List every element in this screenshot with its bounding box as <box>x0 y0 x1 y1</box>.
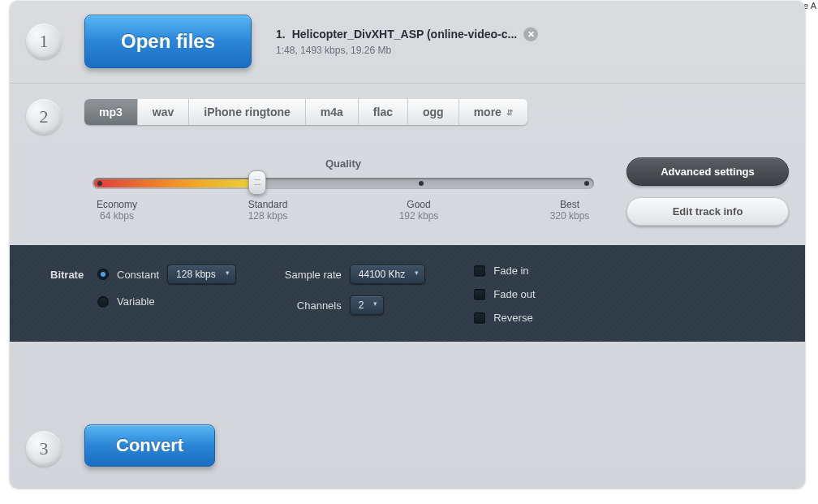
edit-track-info-button[interactable]: Edit track info <box>626 197 789 226</box>
slider-stop-dot <box>584 181 589 186</box>
reverse-checkbox[interactable] <box>474 312 485 324</box>
side-buttons: Advanced settings Edit track info <box>626 157 789 226</box>
tab-m4a[interactable]: m4a <box>306 99 359 125</box>
file-index: 1. <box>276 28 286 41</box>
step-2: 2 mp3 wav iPhone ringtone m4a flac ogg m… <box>10 84 805 342</box>
fade-in-checkbox[interactable] <box>474 265 485 277</box>
channels-select[interactable]: 2 <box>350 295 385 315</box>
convert-button[interactable]: Convert <box>84 424 215 467</box>
file-meta: 1:48, 1493 kbps, 19.26 Mb <box>276 45 538 56</box>
reverse-label[interactable]: Reverse <box>493 312 532 324</box>
stop-name: Standard <box>235 199 300 210</box>
bitrate-select[interactable]: 128 kbps <box>167 265 236 284</box>
bitrate-constant-radio[interactable] <box>97 269 109 280</box>
remove-file-button[interactable]: ✕ <box>523 27 538 41</box>
stop-name: Best <box>537 199 602 210</box>
bitrate-constant-label[interactable]: Constant <box>117 269 159 281</box>
advanced-settings-panel: Bitrate Constant 128 kbps Variable Sampl… <box>10 245 805 342</box>
rate-column: Sample rate 44100 Khz Channels 2 <box>285 265 425 324</box>
stop-standard: Standard 128 kbps <box>235 199 300 222</box>
stop-name: Good <box>386 199 451 210</box>
step-1: 1 Open files 1. Helicopter_DivXHT_ASP (o… <box>10 0 805 83</box>
bitrate-column: Bitrate Constant 128 kbps Variable <box>50 265 236 324</box>
open-files-button[interactable]: Open files <box>84 15 252 68</box>
stop-economy: Economy 64 kbps <box>84 199 149 222</box>
bitrate-variable-label[interactable]: Variable <box>117 295 155 308</box>
stop-rate: 64 kbps <box>84 210 149 222</box>
tab-mp3[interactable]: mp3 <box>84 99 138 125</box>
converter-panel: 1 Open files 1. Helicopter_DivXHT_ASP (o… <box>10 0 805 488</box>
channels-label: Channels <box>285 299 342 312</box>
stop-best: Best 320 kbps <box>537 199 602 222</box>
stop-rate: 128 kbps <box>235 210 300 222</box>
fade-in-label[interactable]: Fade in <box>493 265 528 277</box>
close-icon: ✕ <box>527 29 535 40</box>
format-tabs: mp3 wav iPhone ringtone m4a flac ogg mor… <box>84 99 527 125</box>
slider-stop-dot <box>419 181 424 186</box>
tab-ogg[interactable]: ogg <box>408 99 459 125</box>
quality-slider[interactable] <box>93 178 594 189</box>
tab-iphone-ringtone[interactable]: iPhone ringtone <box>189 99 306 125</box>
tab-wav[interactable]: wav <box>138 99 189 125</box>
slider-thumb[interactable] <box>248 170 266 195</box>
file-name: Helicopter_DivXHT_ASP (online-video-c... <box>292 28 517 41</box>
stop-rate: 320 kbps <box>537 210 602 222</box>
tab-more[interactable]: more ⇵ <box>459 99 527 125</box>
quality-label: Quality <box>84 157 602 170</box>
chevron-updown-icon: ⇵ <box>506 108 513 117</box>
file-item: 1. Helicopter_DivXHT_ASP (online-video-c… <box>276 27 538 56</box>
tab-flac[interactable]: flac <box>359 99 408 125</box>
samplerate-label: Sample rate <box>285 269 342 281</box>
samplerate-select[interactable]: 44100 Khz <box>350 265 425 284</box>
advanced-settings-button[interactable]: Advanced settings <box>626 157 789 186</box>
slider-fill <box>94 179 255 187</box>
quality-stops: Economy 64 kbps Standard 128 kbps Good 1… <box>84 199 602 222</box>
step-number-1: 1 <box>26 24 62 59</box>
stop-good: Good 192 kbps <box>386 199 451 222</box>
tab-more-label: more <box>474 106 502 118</box>
step-number-2: 2 <box>26 99 62 135</box>
step-number-3: 3 <box>26 431 62 467</box>
fx-column: Fade in Fade out Reverse <box>474 265 535 324</box>
bitrate-variable-radio[interactable] <box>97 296 109 308</box>
stop-name: Economy <box>84 199 149 210</box>
bitrate-label: Bitrate <box>50 269 89 281</box>
step-3: 3 Convert <box>10 342 805 488</box>
fade-out-checkbox[interactable] <box>474 289 485 300</box>
stop-rate: 192 kbps <box>386 210 451 222</box>
fade-out-label[interactable]: Fade out <box>493 288 535 300</box>
